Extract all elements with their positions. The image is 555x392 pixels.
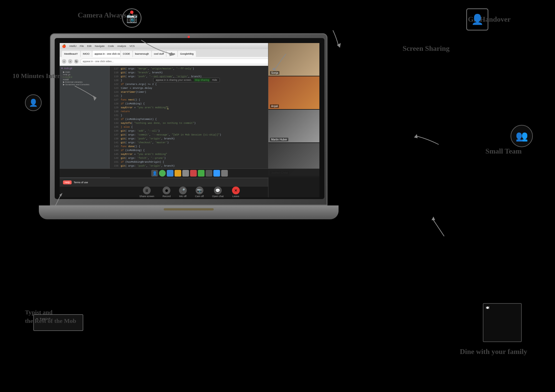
back-button[interactable]: ‹ [62,59,66,64]
record-button[interactable]: ⏺ Record [163,187,171,198]
annotation-minutes-intervals: 10 Minutes Intervals [12,72,71,80]
annotation-typist-mob: Typist and the Rest of the Mob [25,308,76,325]
svg-marker-6 [432,217,435,220]
annotation-small-team: Small Team [485,147,522,155]
menu-code[interactable]: Code [108,45,114,47]
laptop-keyboard [39,205,339,219]
url-bar[interactable]: appear.in - one click video... [80,59,273,64]
dock-item-user[interactable]: 👤 [151,170,158,177]
browser-tab-blogs[interactable]: Blogs [167,51,177,57]
dock-item-5[interactable] [198,170,205,177]
mic-off-button[interactable]: 🎤 Mic off [179,187,187,198]
menu-intellij[interactable]: IntelliJ [69,45,77,47]
mic-off-label: Mic off [179,195,186,198]
trackpad [164,208,214,210]
laptop: 🍎 IntelliJ File Edit Navigate Code Analy… [50,33,341,228]
dock-item-3[interactable] [182,170,189,177]
ide-area: ▼ mob.git ▶ main mob.go mob_test install… [60,66,319,178]
project-label: ▼ mob.git [61,67,108,70]
stop-sharing-btn[interactable]: Stop Sharing [194,78,210,82]
dock-item-7[interactable] [213,170,220,177]
leave-icon: ✕ [232,187,240,194]
share-screen-button[interactable]: 🖥 Share screen [139,187,154,198]
dock-item-6[interactable] [206,170,212,177]
mac-dock: 👤 [60,169,319,177]
menu-file[interactable]: File [80,45,84,47]
annotation-screen-sharing: Screen Sharing [403,44,450,53]
browser-tab-meetbeauty[interactable]: MeetBeautY [62,51,80,57]
video-tile-sonja: Sonja [268,43,319,76]
browser-tab-google[interactable]: GoogleMktg [178,51,196,57]
video-tile-anjali: Anjali [268,76,319,110]
menu-navigate[interactable]: Navigate [95,45,105,47]
laptop-body: 🍎 IntelliJ File Edit Navigate Code Analy… [50,33,327,205]
screen-bezel: 🍎 IntelliJ File Edit Navigate Code Analy… [55,38,324,199]
folder-scratches: ▶ Scratches and Consoles [63,83,108,86]
cam-off-label: Cam off [195,195,204,198]
browser-tab-code[interactable]: CODE [121,51,132,57]
open-chat-label: Open chat [212,195,224,198]
dock-item-8[interactable] [221,170,228,177]
participant-name-sonja: Sonja [270,71,279,75]
camera-icon-annotation: 📷 [122,8,142,28]
terms-link[interactable]: Terms of use [74,181,88,184]
menu-edit[interactable]: Edit [87,45,92,47]
browser-tab-cool[interactable]: cool stuff [152,51,166,57]
screen-content: 🍎 IntelliJ File Edit Navigate Code Analy… [60,43,319,197]
browser-tab-learn[interactable]: learnenough [133,51,151,57]
screen-sharing-banner: appear.in is sharing your screen. Stop S… [153,78,220,82]
mic-off-icon: 🎤 [179,187,187,194]
left-person-icon: 👤 [25,94,42,111]
right-person-icon: 👥 [511,125,533,147]
record-icon: ⏺ [163,187,170,194]
participant-name-anjali: Anjali [270,104,279,108]
browser-tab-active[interactable]: appear.in - one click video... [92,51,120,57]
hide-banner-btn[interactable]: Hide [212,79,217,81]
browser-tab-imoo[interactable]: IMOO [81,51,92,57]
share-screen-icon: 🖥 [143,187,151,194]
dock-item-2[interactable] [175,170,181,177]
video-tile-martin: Martin Huber [268,110,319,143]
open-chat-icon: 💬 [214,187,222,194]
help-button[interactable]: Help [63,180,72,184]
ide-sidebar: ▼ mob.git ▶ main mob.go mob_test install… [60,66,110,178]
webcam-dot [188,36,190,38]
bottom-right-annotation-box: 🍽️ [483,303,522,342]
reload-button[interactable]: ↻ [74,59,79,64]
open-chat-button[interactable]: 💬 Open chat [212,187,224,198]
git-handover-icon: 👤 [466,8,488,31]
record-label: Record [163,195,171,198]
folder-external: ▶ External Libraries [63,81,108,83]
cam-off-button[interactable]: 📷 Cam off [195,187,204,198]
dock-item-chrome[interactable] [159,170,166,177]
cam-off-icon: 📷 [196,187,203,194]
annotation-dine-family: Dine with your family [460,348,527,356]
dock-item-4[interactable] [190,170,197,177]
menu-vcs[interactable]: VCS [130,45,135,47]
dock-item-1[interactable] [167,170,173,177]
leave-button[interactable]: ✕ Leave [232,187,240,198]
leave-label: Leave [232,195,239,198]
forward-button[interactable]: › [68,59,72,64]
participant-name-martin: Martin Huber [270,138,288,141]
svg-marker-4 [414,134,418,138]
menu-analyze[interactable]: Analyze [117,45,126,47]
apple-menu[interactable]: 🍎 [62,44,66,48]
share-screen-label: Share screen [139,195,154,198]
